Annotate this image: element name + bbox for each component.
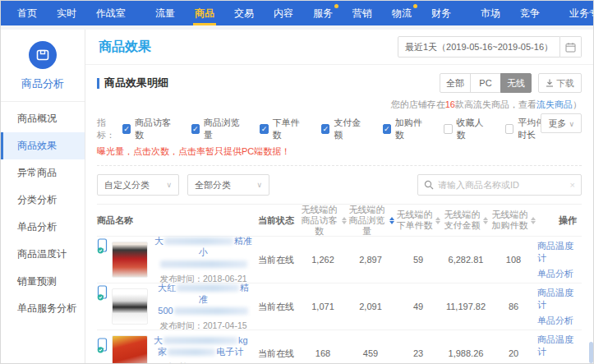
metric-value-cell: 86 [490,302,537,311]
column-header-商品浏览量[interactable]: 无线端的商品浏览量 [347,205,394,237]
nav-item-内容[interactable]: 内容 [264,1,303,25]
nav-item-交易[interactable]: 交易 [224,1,264,25]
nav-item-财务[interactable]: 财务 [421,1,461,25]
metric-selector-row: 指标： ✓商品访客数✓商品浏览量✓下单件数✓支付金额✓加购件数收藏人数平均停留时… [97,117,582,141]
clear-icon[interactable]: × [570,180,575,190]
column-header-line2: 商品访客数 [299,215,339,237]
metric-checkbox-下单件数[interactable]: ✓下单件数 [260,117,302,141]
nav-item-市场[interactable]: 市场 [471,1,510,25]
metric-checkbox-label: 收藏人数 [457,117,486,141]
metric-checkbox-加购件数[interactable]: ✓加购件数 [383,117,425,141]
action-link-单品分析[interactable]: 单品分析 [537,362,573,364]
redacted-text [168,348,215,356]
product-image[interactable] [112,242,148,278]
product-image[interactable] [112,335,148,364]
churn-notice: 您的店铺存在16款高流失商品，查看流失商品） [97,99,582,110]
action-link-商品温度计[interactable]: 商品温度计 [537,240,573,265]
product-title-link[interactable]: 大kg家电子计 [154,334,248,357]
nav-item-商品[interactable]: 商品 [185,1,224,25]
metric-checkbox-商品浏览量[interactable]: ✓商品浏览量 [191,117,241,141]
scrollbar-thumb[interactable] [589,342,593,363]
metric-value-cell: 23 [394,348,442,358]
nav-item-营销[interactable]: 营销 [343,1,382,25]
app-window: 首页实时作战室流量商品交易内容服务营销物流财务市场竞争业务专区取数学院 商品分析… [0,0,594,364]
product-title-line: 500 [154,305,253,316]
tab-全部[interactable]: 全部 [440,73,471,93]
column-header-支付金额[interactable]: 无线端的支付金额 [442,210,490,231]
nav-item-物流[interactable]: 物流 [382,1,421,25]
product-title-link[interactable]: 大红精准500 [154,282,253,316]
sort-arrows-icon[interactable] [531,217,536,224]
nav-item-竞争[interactable]: 竞争 [510,1,550,25]
scrollbar[interactable] [588,30,593,364]
action-link-商品温度计[interactable]: 商品温度计 [537,287,573,311]
more-metrics-button[interactable]: 更多 ∨ [541,113,582,133]
date-range-picker[interactable]: 最近1天（2019-05-16~2019-05-16） [398,36,582,58]
metric-checkbox-label: 加购件数 [395,117,425,141]
sidebar-item-单品服务分析[interactable]: 单品服务分析 [1,295,85,322]
product-title-link[interactable]: 大精准小 [154,235,253,270]
sidebar-item-异常商品[interactable]: 异常商品 [1,159,85,187]
column-header-加购件数[interactable]: 无线端的加购件数 [490,210,537,231]
chevron-down-icon: ∨ [166,181,172,189]
checkbox-icon[interactable]: ✓ [122,124,131,134]
action-link-商品温度计[interactable]: 商品温度计 [537,334,573,358]
all-category-select[interactable]: 全部分类∨ [187,174,269,196]
status-cell: 当前在线 [253,254,299,266]
nav-item-服务[interactable]: 服务 [303,1,343,25]
page-title: 商品效果 [99,39,151,56]
sidebar-item-销量预测[interactable]: 销量预测 [1,268,85,295]
nav-active-underline [193,23,216,25]
action-link-单品分析[interactable]: 单品分析 [537,268,573,280]
metric-value-cell: 20 [490,348,537,358]
metric-checkbox-支付金额[interactable]: ✓支付金额 [321,117,363,141]
sidebar-item-商品温度计[interactable]: 商品温度计 [1,241,85,268]
date-range-text[interactable]: 最近1天（2019-05-16~2019-05-16） [398,36,560,58]
sidebar-item-商品概况[interactable]: 商品概况 [1,105,85,132]
column-header-line1: 无线端的 [492,210,528,220]
tab-无线[interactable]: 无线 [500,73,532,93]
sidebar-item-单品分析[interactable]: 单品分析 [1,214,85,241]
mobile-verified-icon [97,238,108,256]
chevron-down-icon: ∨ [569,120,574,128]
checkbox-icon[interactable] [505,124,513,134]
sidebar-item-商品效果[interactable]: 商品效果 [1,132,85,159]
column-header-当前状态: 当前状态 [253,215,299,226]
product-name-cell: 大红精准500发布时间：2017-04-15 [97,282,253,332]
churn-products-link[interactable]: 流失商品 [536,99,573,109]
metric-value-cell: 168 [299,348,347,358]
checkbox-icon[interactable]: ✓ [383,124,391,134]
product-analysis-icon [29,41,57,69]
nav-item-实时[interactable]: 实时 [47,1,86,25]
metric-checkbox-收藏人数[interactable]: 收藏人数 [444,117,486,141]
search-input[interactable] [438,180,570,190]
nav-item-业务专区[interactable]: 业务专区 [559,1,594,25]
checkbox-icon[interactable]: ✓ [260,124,268,134]
checkbox-icon[interactable]: ✓ [191,124,200,134]
status-cell: 当前在线 [253,301,299,313]
column-header-下单件数[interactable]: 无线端的下单件数 [394,210,442,231]
column-header-line2: 下单件数 [397,220,433,231]
action-link-单品分析[interactable]: 单品分析 [537,315,573,327]
column-header-label: 商品名称 [97,215,133,226]
column-header-商品名称: 商品名称 [97,215,253,226]
product-search-box: × [417,174,582,196]
column-header-商品访客数[interactable]: 无线端的商品访客数 [299,205,347,237]
product-image[interactable] [112,288,148,325]
sort-arrows-icon[interactable] [483,217,488,224]
tab-PC[interactable]: PC [470,73,501,93]
notification-dot-icon [413,4,417,8]
sidebar-item-分类分析[interactable]: 分类分析 [1,187,85,214]
product-title-text: 电子计 [216,347,243,357]
checkbox-icon[interactable] [444,124,452,134]
nav-item-作战室[interactable]: 作战室 [86,1,136,25]
custom-category-select[interactable]: 自定义分类∨ [97,174,179,196]
table-row: 大红精准500发布时间：2017-04-15当前在线1,0712,0914911… [97,283,582,329]
download-button[interactable]: 下载 [538,73,582,93]
metric-checkbox-商品访客数[interactable]: ✓商品访客数 [122,117,172,141]
checkbox-icon[interactable]: ✓ [321,124,329,134]
nav-item-首页[interactable]: 首页 [7,1,47,25]
sort-arrows-icon[interactable] [435,217,440,224]
nav-item-流量[interactable]: 流量 [145,1,185,25]
calendar-icon[interactable] [560,36,582,58]
